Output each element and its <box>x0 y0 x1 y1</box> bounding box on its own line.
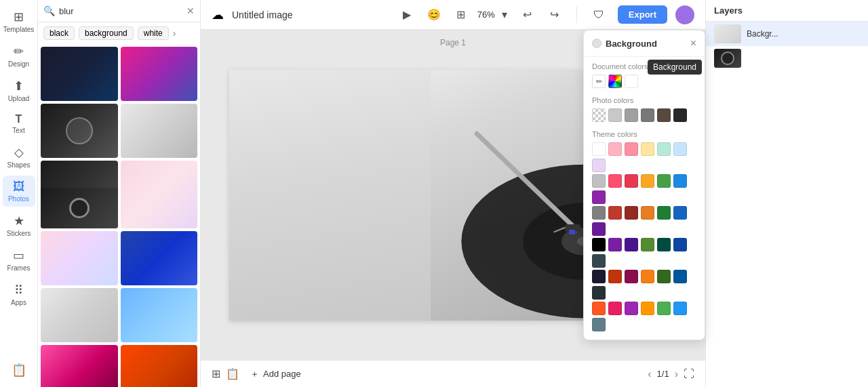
theme-swatch[interactable] <box>625 238 638 251</box>
play-button[interactable]: ▶ <box>396 4 418 26</box>
layer-item-background[interactable]: Backgr... <box>706 22 868 46</box>
photo-item[interactable] <box>41 47 118 101</box>
fit-icon[interactable]: ⛶ <box>684 368 694 380</box>
photo-item[interactable] <box>121 104 198 158</box>
theme-swatch[interactable] <box>625 302 638 315</box>
theme-swatch[interactable] <box>608 142 622 156</box>
layout-button[interactable]: ⊞ <box>450 4 472 26</box>
sidebar-item-photos[interactable]: 🖼 Photos <box>3 176 35 207</box>
edit-color-button[interactable]: ✏ <box>592 75 606 88</box>
sidebar-item-apps[interactable]: ⠿ Apps <box>3 279 35 310</box>
theme-swatch[interactable] <box>625 142 638 156</box>
theme-swatch[interactable] <box>592 190 606 204</box>
more-tags-button[interactable]: › <box>173 28 176 39</box>
theme-swatch[interactable] <box>657 174 671 188</box>
undo-button[interactable]: ↩ <box>517 4 538 26</box>
redo-button[interactable]: ↪ <box>544 4 566 26</box>
export-button[interactable]: Export <box>618 5 667 24</box>
theme-swatch[interactable] <box>641 302 654 315</box>
color-swatch-multicolor[interactable] <box>608 75 622 88</box>
color-swatch-mid-gray[interactable] <box>625 108 638 122</box>
theme-swatch[interactable] <box>592 222 606 236</box>
theme-swatch[interactable] <box>608 238 622 251</box>
theme-swatch[interactable] <box>673 174 687 188</box>
sidebar-item-upload[interactable]: ⬆ Upload <box>3 75 35 106</box>
add-page-button[interactable]: ＋ Add page <box>245 365 307 383</box>
theme-swatch[interactable] <box>673 238 687 251</box>
theme-swatch[interactable] <box>592 254 606 268</box>
photo-item[interactable] <box>41 104 118 158</box>
prev-page-button[interactable]: ‹ <box>648 368 651 380</box>
emoji-button[interactable]: 😊 <box>423 4 445 26</box>
theme-swatch[interactable] <box>657 142 671 156</box>
next-page-button[interactable]: › <box>675 368 678 380</box>
photo-item[interactable] <box>121 288 198 342</box>
theme-swatch[interactable] <box>641 142 654 156</box>
theme-swatch[interactable] <box>592 142 606 156</box>
theme-swatch[interactable] <box>592 270 606 283</box>
theme-swatch[interactable] <box>592 206 606 220</box>
theme-swatch[interactable] <box>592 159 606 172</box>
theme-swatch[interactable] <box>625 174 638 188</box>
sidebar-item-text[interactable]: T Text <box>3 109 35 138</box>
theme-swatch[interactable] <box>673 142 687 156</box>
theme-swatch[interactable] <box>657 270 671 283</box>
theme-swatch[interactable] <box>608 174 622 188</box>
photo-item[interactable] <box>41 161 118 228</box>
search-input[interactable] <box>59 6 182 16</box>
user-avatar[interactable] <box>675 5 694 24</box>
photo-item[interactable] <box>41 288 118 342</box>
zoom-dropdown-button[interactable]: ▾ <box>498 4 511 26</box>
theme-swatch[interactable] <box>608 270 622 283</box>
popup-close-button[interactable]: × <box>690 37 696 49</box>
notes-icon[interactable]: 📋 <box>226 367 239 380</box>
grid-icon[interactable]: ⊞ <box>212 367 220 380</box>
theme-swatch[interactable] <box>641 174 654 188</box>
photo-item[interactable] <box>121 47 198 101</box>
theme-swatch[interactable] <box>657 206 671 220</box>
photo-item[interactable] <box>41 231 118 285</box>
theme-swatch[interactable] <box>608 302 622 315</box>
theme-swatch[interactable] <box>641 270 654 283</box>
theme-swatch[interactable] <box>608 206 622 220</box>
tag-background[interactable]: background <box>79 26 134 40</box>
theme-swatch[interactable] <box>673 206 687 220</box>
photo-item[interactable] <box>41 345 118 387</box>
security-button[interactable]: 🛡 <box>588 4 610 26</box>
popup-title-text: Background <box>606 39 657 49</box>
zoom-level: 76% <box>477 9 495 20</box>
color-swatch-dark-gray[interactable] <box>641 108 654 122</box>
clear-search-icon[interactable]: ✕ <box>186 5 195 16</box>
theme-swatch[interactable] <box>625 270 638 283</box>
theme-swatch[interactable] <box>657 302 671 315</box>
photo-item[interactable] <box>121 345 198 387</box>
photo-item[interactable] <box>121 231 198 285</box>
sidebar-item-templates[interactable]: ⊞ Templates <box>3 5 35 37</box>
theme-swatch[interactable] <box>673 302 687 315</box>
theme-swatch[interactable] <box>592 238 606 251</box>
sidebar-item-design[interactable]: ✏ Design <box>3 40 35 72</box>
theme-swatch[interactable] <box>673 270 687 283</box>
sidebar-item-shapes[interactable]: ◇ Shapes <box>3 141 35 173</box>
sidebar-item-frames[interactable]: ▭ Frames <box>3 244 35 276</box>
tag-black[interactable]: black <box>43 26 75 40</box>
color-swatch-near-black[interactable] <box>673 108 687 122</box>
layer-item-image[interactable] <box>706 46 868 70</box>
theme-swatch[interactable] <box>592 174 606 188</box>
color-swatch-light-gray[interactable] <box>608 108 622 122</box>
theme-swatch[interactable] <box>625 206 638 220</box>
doc-title[interactable]: Untitled image <box>232 9 293 20</box>
color-swatch-transparent[interactable] <box>592 108 606 122</box>
sidebar-item-notes[interactable]: 📋 <box>3 359 35 382</box>
theme-swatch[interactable] <box>641 238 654 251</box>
theme-swatch[interactable] <box>592 302 606 315</box>
photo-item[interactable] <box>121 161 198 228</box>
color-swatch-white[interactable] <box>625 75 638 88</box>
tag-white[interactable]: white <box>138 26 169 40</box>
color-swatch-brown[interactable] <box>657 108 671 122</box>
theme-swatch[interactable] <box>592 286 606 300</box>
theme-swatch[interactable] <box>592 318 606 331</box>
theme-swatch[interactable] <box>657 238 671 251</box>
sidebar-item-stickers[interactable]: ★ Stickers <box>3 209 35 241</box>
theme-swatch[interactable] <box>641 206 654 220</box>
